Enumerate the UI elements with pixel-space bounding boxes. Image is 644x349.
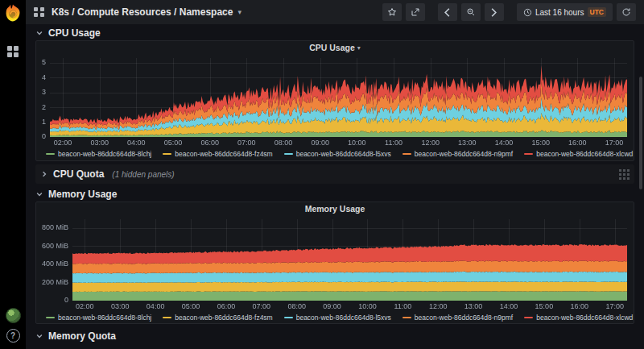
chevron-left-icon [444, 8, 451, 17]
legend-item[interactable]: beacon-web-86ddc664d8-8lchj [46, 150, 151, 158]
cpu-usage-chart[interactable] [38, 54, 632, 147]
series-color-marker [284, 317, 293, 318]
scrollbar-thumb[interactable] [639, 77, 642, 189]
dashboards-icon[interactable] [7, 46, 19, 57]
dashboard-title: K8s / Compute Resources / Namespace [52, 6, 233, 18]
series-name: beacon-web-86ddc664d8-8lchj [58, 314, 151, 322]
user-avatar[interactable] [6, 308, 21, 323]
series-color-marker [46, 153, 55, 155]
legend-item[interactable]: beacon-web-86ddc664d8-fz4sm [163, 314, 272, 322]
memory-usage-chart[interactable] [38, 215, 632, 311]
chevron-down-icon [35, 190, 43, 198]
series-color-marker [163, 317, 171, 318]
legend-item[interactable]: beacon-web-86ddc664d8-8lchj [46, 314, 151, 322]
section-memory-usage[interactable]: Memory Usage [35, 187, 634, 202]
panel-memory-usage: Memory Usage beacon-web-86ddc664d8-8lchj… [35, 202, 634, 324]
panel-title-text: Memory Usage [305, 204, 365, 214]
refresh-icon [621, 7, 631, 17]
help-icon[interactable]: ? [6, 329, 20, 343]
series-name: beacon-web-86ddc664d8-8lchj [58, 150, 151, 158]
panel-cpu-usage: CPU Usage ▾ beacon-web-86ddc664d8-8lchjb… [35, 40, 634, 161]
section-label: Memory Quota [48, 330, 116, 342]
share-dashboard-button[interactable] [406, 3, 425, 21]
dashboard-title-button[interactable]: K8s / Compute Resources / Namespace ▾ [34, 6, 242, 18]
series-name: beacon-web-86ddc664d8-xlcwd [536, 150, 633, 158]
series-name: beacon-web-86ddc664d8-fz4sm [175, 150, 272, 158]
legend-item[interactable]: beacon-web-86ddc664d8-xlcwd [524, 314, 633, 322]
time-range-label: Last 16 hours [535, 8, 584, 17]
section-cpu-quota[interactable]: CPU Quota (1 hidden panels) [35, 164, 634, 184]
series-color-marker [524, 317, 533, 318]
series-name: beacon-web-86ddc664d8-l5xvs [296, 314, 391, 322]
series-color-marker [402, 153, 411, 155]
series-color-marker [46, 317, 55, 318]
chevron-down-icon: ▾ [357, 44, 361, 52]
series-name: beacon-web-86ddc664d8-n9pmf [415, 314, 513, 322]
clock-icon [523, 8, 532, 17]
time-range-forward-button[interactable] [485, 3, 504, 21]
star-icon [387, 7, 397, 17]
panel-title-cpu[interactable]: CPU Usage ▾ [36, 41, 634, 54]
section-label: Memory Usage [48, 189, 117, 200]
legend-item[interactable]: beacon-web-86ddc664d8-l5xvs [284, 314, 391, 322]
zoom-out-icon [466, 7, 476, 17]
series-name: beacon-web-86ddc664d8-xlcwd [536, 314, 633, 322]
timezone-badge: UTC [588, 7, 606, 17]
share-icon [411, 7, 420, 17]
legend-item[interactable]: beacon-web-86ddc664d8-xlcwd [524, 150, 633, 158]
legend-item[interactable]: beacon-web-86ddc664d8-n9pmf [402, 150, 513, 158]
drag-handle-icon[interactable] [619, 169, 630, 180]
memory-legend: beacon-web-86ddc664d8-8lchjbeacon-web-86… [36, 311, 634, 323]
refresh-button[interactable] [617, 3, 636, 21]
star-dashboard-button[interactable] [382, 3, 402, 21]
series-color-marker [524, 153, 533, 155]
panel-title-text: CPU Usage [309, 43, 355, 52]
section-cpu-usage[interactable]: CPU Usage [35, 26, 634, 40]
series-name: beacon-web-86ddc664d8-fz4sm [175, 314, 272, 322]
hidden-panels-note: (1 hidden panels) [112, 170, 174, 179]
sidebar: ? [0, 0, 26, 349]
chevron-right-icon [40, 170, 48, 178]
legend-item[interactable]: beacon-web-86ddc664d8-n9pmf [402, 314, 513, 322]
series-color-marker [284, 153, 293, 155]
cpu-legend: beacon-web-86ddc664d8-8lchjbeacon-web-86… [36, 147, 634, 160]
time-range-picker[interactable]: Last 16 hours UTC [517, 3, 613, 21]
navbar: K8s / Compute Resources / Namespace ▾ La… [26, 0, 644, 24]
legend-item[interactable]: beacon-web-86ddc664d8-l5xvs [284, 150, 391, 158]
time-range-back-button[interactable] [438, 3, 457, 21]
chevron-right-icon [490, 8, 497, 17]
section-label: CPU Quota [53, 168, 104, 180]
section-memory-quota[interactable]: Memory Quota [35, 329, 634, 343]
chevron-down-icon [35, 332, 43, 340]
grafana-logo-icon[interactable] [2, 2, 23, 23]
chevron-down-icon [35, 29, 43, 37]
series-name: beacon-web-86ddc664d8-n9pmf [415, 150, 513, 158]
legend-item[interactable]: beacon-web-86ddc664d8-fz4sm [163, 150, 272, 158]
zoom-out-time-button[interactable] [461, 3, 481, 21]
panel-title-memory[interactable]: Memory Usage [36, 202, 634, 215]
series-color-marker [402, 317, 411, 318]
section-label: CPU Usage [48, 27, 101, 39]
chevron-down-icon: ▾ [237, 8, 242, 16]
series-name: beacon-web-86ddc664d8-l5xvs [296, 150, 391, 158]
dashboard-grid-icon [34, 7, 45, 17]
series-color-marker [163, 153, 171, 155]
dashboard-content: CPU Usage CPU Usage ▾ beacon-web-86ddc66… [26, 24, 644, 349]
